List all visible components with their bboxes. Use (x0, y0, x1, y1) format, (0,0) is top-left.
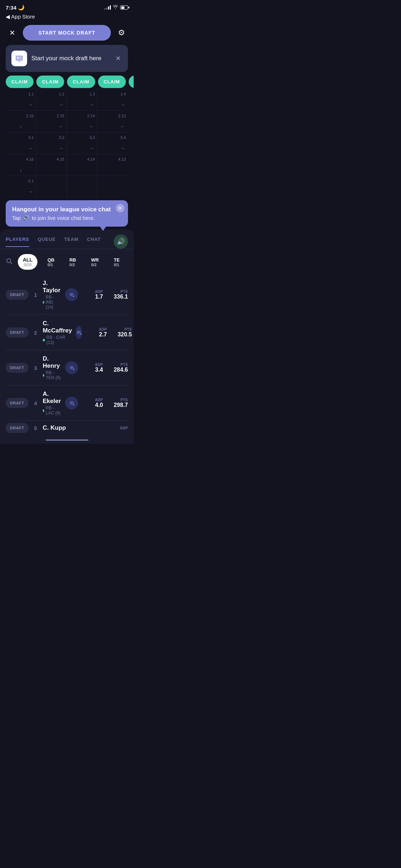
draft-row-5: 5.1 → (6, 176, 128, 197)
player-notes-button-3[interactable]: + (65, 361, 78, 374)
svg-rect-13 (77, 331, 81, 332)
voice-chat-button[interactable]: 🔊 (114, 234, 128, 249)
draft-cell-4-16: 4.16 ↓ (6, 154, 36, 176)
mock-draft-tooltip: Start your mock draft here ✕ (6, 45, 128, 72)
status-bar: 7:34 🌙 (0, 0, 134, 13)
draft-button-4[interactable]: DRAFT (6, 398, 29, 408)
player-stats-2: ADP 2.7 (86, 327, 107, 338)
tab-team[interactable]: TEAM (64, 237, 78, 247)
tab-chat[interactable]: CHAT (87, 237, 101, 247)
draft-button-2[interactable]: DRAFT (6, 327, 29, 337)
player-notes-button-4[interactable]: + (65, 397, 78, 409)
svg-rect-15 (77, 333, 79, 334)
speaker-tab-icon: 🔊 (117, 238, 125, 246)
tab-queue[interactable]: QUEUE (38, 237, 56, 247)
draft-cell-2-16: 2.16 ↓ (6, 111, 36, 132)
tooltip-text: Start your mock draft here (31, 55, 110, 62)
draft-cell-1-2: 1.2 → (36, 89, 67, 110)
player-row: DRAFT 2 C. McCaffrey RB - CAR (13) + (6, 315, 128, 350)
svg-text:+: + (73, 403, 74, 405)
wifi-icon (113, 5, 118, 10)
svg-text:+: + (73, 368, 74, 370)
draft-row-1: 1.1 → 1.2 → 1.3 → 1.4 → (6, 89, 128, 110)
player-stats-1: ADP 1.7 (82, 290, 103, 300)
player-info-3: D. Henry RB - TEN (6) (43, 355, 62, 380)
draft-row-4: 4.16 ↓ 4.15 4.14 4.13 (6, 154, 128, 176)
draft-board: 1.1 → 1.2 → 1.3 → 1.4 → 2.16 ↓ 2.15 ← 2.… (0, 89, 134, 197)
draft-button-3[interactable]: DRAFT (6, 363, 29, 373)
filter-all[interactable]: ALL 0/20 (18, 254, 37, 270)
claim-button-4[interactable]: CLAIM (98, 76, 126, 88)
svg-text:+: + (80, 333, 81, 335)
filter-qb[interactable]: QB 0/1 (42, 254, 60, 270)
voice-tooltip-body: Tap 🔊 to join live voice chat here. (12, 215, 122, 221)
mock-draft-button[interactable]: START MOCK DRAFT (23, 25, 111, 41)
settings-button[interactable]: ⚙ (115, 26, 128, 39)
tab-players[interactable]: PLAYERS (6, 237, 29, 247)
svg-rect-21 (70, 368, 72, 369)
gear-icon: ⚙ (118, 28, 125, 37)
time: 7:34 (6, 5, 16, 11)
draft-cell-4-15: 4.15 (36, 154, 67, 176)
svg-rect-19 (70, 366, 73, 367)
svg-point-3 (19, 61, 20, 62)
player-row: DRAFT 1 J. Taylor RB - IND (14) + (6, 275, 128, 315)
draft-row-3: 3.1 → 3.2 → 3.3 → 3.4 → (6, 132, 128, 154)
player-info-2: C. McCaffrey RB - CAR (13) (43, 320, 72, 345)
draft-cell-3-3: 3.3 → (67, 133, 98, 154)
svg-text:+: + (73, 295, 74, 297)
claim-button-1[interactable]: CLAIM (6, 76, 34, 88)
speaker-icon: 🔊 (23, 215, 30, 221)
back-label: ◀ App Store (6, 14, 35, 20)
draft-cell-5-4 (97, 176, 128, 197)
player-stats-3: ADP 3.4 (82, 363, 103, 373)
close-button[interactable]: ✕ (6, 26, 19, 39)
svg-point-4 (7, 259, 11, 263)
player-row-partial: DRAFT 5 C. Kupp ADP (6, 421, 128, 435)
claim-button-5[interactable]: CL (129, 76, 134, 88)
svg-rect-2 (17, 57, 19, 58)
voice-tooltip-title: Hangout in your league voice chat (12, 206, 122, 213)
player-info-5: C. Kupp (43, 424, 103, 432)
player-list: DRAFT 1 J. Taylor RB - IND (14) + (0, 275, 134, 435)
draft-cell-1-4: 1.4 → (97, 89, 128, 110)
draft-cell-3-1: 3.1 → (6, 133, 36, 154)
tabs-bar: PLAYERS QUEUE TEAM CHAT 🔊 (0, 229, 134, 249)
player-stats-4: ADP 4.0 (82, 398, 103, 408)
home-indicator (0, 435, 134, 444)
draft-cell-1-3: 1.3 → (67, 89, 98, 110)
filter-te[interactable]: TE 0/1 (109, 254, 125, 270)
player-notes-button-1[interactable]: + (65, 288, 78, 301)
player-pts-1: PTS 336.1 (107, 290, 128, 300)
bottom-section: PLAYERS QUEUE TEAM CHAT 🔊 ALL 0/20 QB 0/… (0, 229, 134, 444)
voice-tooltip-close-button[interactable]: ✕ (116, 204, 124, 212)
filter-rb[interactable]: RB 0/2 (65, 254, 81, 270)
filter-wr[interactable]: WR 0/2 (86, 254, 104, 270)
player-info-4: A. Ekeler RB - LAC (8) (43, 391, 62, 415)
filter-row: ALL 0/20 QB 0/1 RB 0/2 WR 0/2 TE 0/1 (0, 249, 134, 275)
tooltip-close-button[interactable]: ✕ (114, 53, 122, 64)
draft-cell-5-1: 5.1 → (6, 176, 36, 197)
draft-cell-4-13: 4.13 (97, 154, 128, 176)
player-info-1: J. Taylor RB - IND (14) (43, 280, 62, 310)
draft-cell-5-3 (67, 176, 98, 197)
back-nav[interactable]: ◀ App Store (0, 13, 134, 22)
draft-button-5[interactable]: DRAFT (6, 423, 29, 433)
player-row: DRAFT 3 D. Henry RB - TEN (6) + (6, 350, 128, 386)
draft-row-2: 2.16 ↓ 2.15 ← 2.14 ← 2.13 ← (6, 110, 128, 132)
draft-cell-5-2 (36, 176, 67, 197)
player-notes-button-2[interactable]: + (76, 326, 82, 339)
draft-cell-2-15: 2.15 ← (36, 111, 67, 132)
battery-icon (120, 5, 128, 10)
moon-icon: 🌙 (18, 4, 25, 11)
tooltip-icon (11, 51, 27, 66)
claim-button-3[interactable]: CLAIM (67, 76, 95, 88)
player-pts-3: PTS 284.6 (107, 363, 128, 373)
header: ✕ START MOCK DRAFT ⚙ (0, 22, 134, 45)
search-button[interactable] (6, 258, 13, 267)
player-pts-2: PTS 320.5 (110, 327, 132, 338)
draft-button-1[interactable]: DRAFT (6, 290, 29, 300)
signal-icon (104, 5, 111, 10)
claim-button-2[interactable]: CLAIM (36, 76, 64, 88)
svg-rect-25 (70, 402, 73, 402)
